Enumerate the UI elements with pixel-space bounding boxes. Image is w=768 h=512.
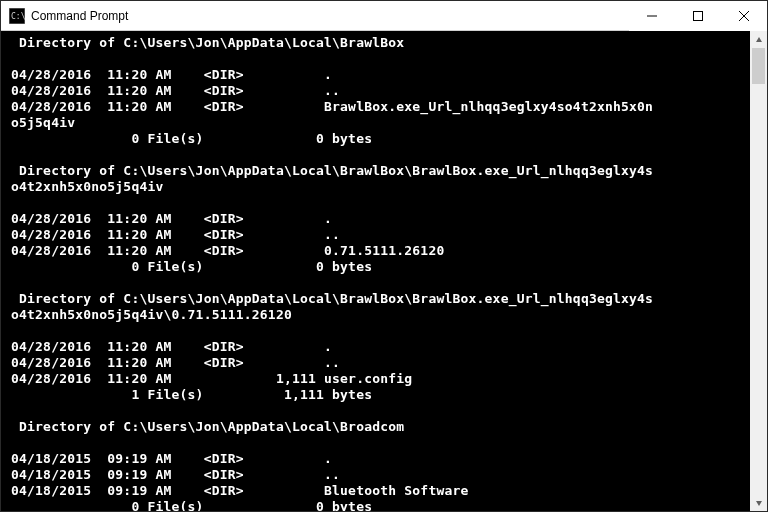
scroll-thumb[interactable] xyxy=(752,48,765,84)
console-line xyxy=(11,51,746,67)
console-line xyxy=(11,195,746,211)
console-line: o4t2xnh5x0no5j5q4iv xyxy=(11,179,746,195)
console-line: Directory of C:\Users\Jon\AppData\Local\… xyxy=(11,35,746,51)
console-line: 04/28/2016 11:20 AM <DIR> 0.71.5111.2612… xyxy=(11,243,746,259)
svg-marker-6 xyxy=(756,37,762,42)
console-line: 04/28/2016 11:20 AM <DIR> . xyxy=(11,339,746,355)
console-line xyxy=(11,147,746,163)
console-line: 04/28/2016 11:20 AM <DIR> BrawlBox.exe_U… xyxy=(11,99,746,115)
cmd-icon: C:\ xyxy=(9,8,25,24)
console-line: Directory of C:\Users\Jon\AppData\Local\… xyxy=(11,163,746,179)
console-line: 0 File(s) 0 bytes xyxy=(11,131,746,147)
scroll-down-button[interactable] xyxy=(750,494,767,511)
console-line xyxy=(11,323,746,339)
close-button[interactable] xyxy=(721,1,767,31)
console-line: 04/18/2015 09:19 AM <DIR> Bluetooth Soft… xyxy=(11,483,746,499)
window-title: Command Prompt xyxy=(31,9,128,23)
console-line: 04/28/2016 11:20 AM <DIR> .. xyxy=(11,83,746,99)
console-line: 04/18/2015 09:19 AM <DIR> .. xyxy=(11,467,746,483)
console-line: 04/28/2016 11:20 AM <DIR> . xyxy=(11,67,746,83)
client-area: Directory of C:\Users\Jon\AppData\Local\… xyxy=(1,31,767,511)
console-line: 0 File(s) 0 bytes xyxy=(11,259,746,275)
maximize-button[interactable] xyxy=(675,1,721,31)
scroll-track[interactable] xyxy=(750,48,767,494)
console-line: 04/28/2016 11:20 AM <DIR> .. xyxy=(11,227,746,243)
console-line xyxy=(11,275,746,291)
console-line: Directory of C:\Users\Jon\AppData\Local\… xyxy=(11,291,746,307)
titlebar[interactable]: C:\ Command Prompt xyxy=(1,1,767,31)
svg-marker-7 xyxy=(756,501,762,506)
console-line: 1 File(s) 1,111 bytes xyxy=(11,387,746,403)
console-line: 0 File(s) 0 bytes xyxy=(11,499,746,511)
console-line: o4t2xnh5x0no5j5q4iv\0.71.5111.26120 xyxy=(11,307,746,323)
console-line: 04/28/2016 11:20 AM 1,111 user.config xyxy=(11,371,746,387)
minimize-button[interactable] xyxy=(629,1,675,31)
console-line: o5j5q4iv xyxy=(11,115,746,131)
console-line: 04/28/2016 11:20 AM <DIR> .. xyxy=(11,355,746,371)
scroll-up-button[interactable] xyxy=(750,31,767,48)
console-line: Directory of C:\Users\Jon\AppData\Local\… xyxy=(11,419,746,435)
console-output[interactable]: Directory of C:\Users\Jon\AppData\Local\… xyxy=(1,31,750,511)
window: C:\ Command Prompt Directory of C:\Users… xyxy=(0,0,768,512)
svg-text:C:\: C:\ xyxy=(11,12,25,21)
svg-rect-3 xyxy=(694,11,703,20)
console-line: 04/28/2016 11:20 AM <DIR> . xyxy=(11,211,746,227)
vertical-scrollbar[interactable] xyxy=(750,31,767,511)
console-line: 04/18/2015 09:19 AM <DIR> . xyxy=(11,451,746,467)
console-line xyxy=(11,435,746,451)
console-line xyxy=(11,403,746,419)
